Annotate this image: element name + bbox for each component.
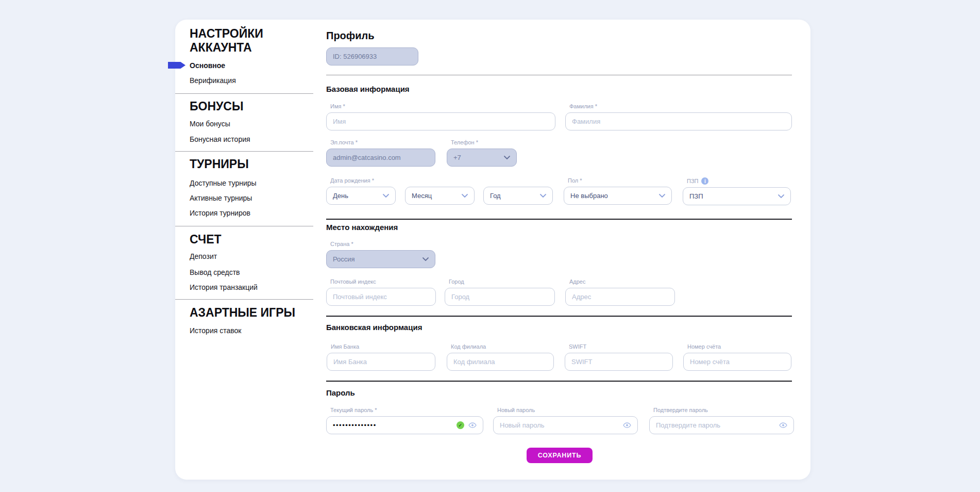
- chevron-down-icon: [778, 194, 784, 198]
- chevron-down-icon: [659, 194, 665, 198]
- eye-icon[interactable]: [623, 422, 631, 428]
- last-name-input[interactable]: [572, 118, 785, 125]
- basic-info-heading: Базовая информация: [326, 85, 410, 93]
- email-box: admin@catcasino.com: [326, 149, 435, 167]
- birth-year-value: Год: [490, 192, 540, 200]
- postal-code-field: Почтовый индекс: [326, 278, 436, 306]
- address-field: Адрес: [565, 278, 675, 306]
- gender-field: Пол * Не выбрано: [564, 177, 672, 205]
- address-input[interactable]: [572, 293, 668, 301]
- swift-field: SWIFT: [565, 343, 673, 371]
- bank-name-label: Имя Банка: [331, 343, 435, 350]
- profile-id-box: ID: 526906933: [326, 47, 418, 65]
- bank-info-heading: Банковская информация: [326, 323, 422, 332]
- city-field: Город: [445, 278, 555, 306]
- phone-code-value: +7: [453, 154, 504, 161]
- account-number-label: Номер счёта: [687, 343, 791, 350]
- valid-check-icon: ✓: [457, 421, 464, 429]
- last-name-label: Фамилия *: [569, 103, 792, 110]
- pzp-field: ПЗПi ПЗП: [683, 177, 791, 205]
- profile-id-field: ID: 526906933: [326, 47, 418, 65]
- page-title: Профиль: [326, 30, 375, 42]
- chevron-down-icon: [504, 156, 510, 159]
- first-name-input[interactable]: [333, 118, 549, 125]
- pzp-value: ПЗП: [689, 192, 778, 200]
- birth-month-field: Месяц: [405, 187, 475, 205]
- chevron-down-icon: [423, 257, 429, 261]
- chevron-down-icon: [462, 194, 468, 198]
- country-field: Страна * Россия: [326, 241, 435, 268]
- confirm-password-field: Подтвердите пароль: [649, 407, 794, 434]
- birth-day-select[interactable]: День: [326, 187, 396, 205]
- birth-day-field: Дата рождения * День: [326, 177, 396, 205]
- current-password-input[interactable]: [333, 421, 453, 429]
- chevron-down-icon: [540, 194, 546, 198]
- city-label: Город: [449, 278, 555, 285]
- new-password-input[interactable]: [500, 421, 619, 429]
- gender-label: Пол *: [568, 177, 672, 184]
- current-password-label: Текущий пароль *: [330, 407, 483, 414]
- country-value: Россия: [333, 255, 423, 263]
- last-name-field: Фамилия *: [565, 103, 792, 130]
- city-input[interactable]: [451, 293, 548, 301]
- location-heading: Место нахождения: [326, 223, 398, 232]
- first-name-field: Имя *: [326, 103, 555, 130]
- birth-day-value: День: [333, 192, 383, 200]
- postal-code-input[interactable]: [333, 293, 429, 301]
- email-label: Эл.почта *: [330, 139, 435, 146]
- confirm-password-label: Подтвердите пароль: [653, 407, 794, 414]
- account-number-field: Номер счёта: [683, 343, 791, 371]
- section-divider: [326, 316, 792, 317]
- email-field: Эл.почта * admin@catcasino.com: [326, 139, 435, 167]
- gender-value: Не выбрано: [570, 192, 659, 200]
- save-button[interactable]: СОХРАНИТЬ: [527, 448, 593, 463]
- eye-icon[interactable]: [468, 422, 477, 428]
- birth-year-field: Год: [483, 187, 553, 205]
- birth-date-label: Дата рождения *: [330, 177, 396, 184]
- first-name-label: Имя *: [330, 103, 555, 110]
- country-select: Россия: [326, 250, 435, 268]
- info-icon[interactable]: i: [701, 177, 708, 185]
- eye-icon[interactable]: [779, 422, 787, 428]
- birth-month-select[interactable]: Месяц: [405, 187, 475, 205]
- pzp-select[interactable]: ПЗП: [683, 187, 791, 205]
- branch-code-label: Код филиала: [451, 343, 554, 350]
- password-heading: Пароль: [326, 388, 355, 397]
- branch-code-field: Код филиала: [447, 343, 554, 371]
- account-settings-card: НАСТРОЙКИ АККАУНТА Основное Верификация …: [175, 20, 810, 480]
- current-password-field: Текущий пароль * ✓: [326, 407, 483, 434]
- confirm-password-input[interactable]: [656, 421, 775, 429]
- phone-label: Телефон *: [451, 139, 517, 146]
- new-password-label: Новый пароль: [497, 407, 638, 414]
- branch-code-input[interactable]: [453, 358, 547, 366]
- pzp-label-text: ПЗП: [687, 178, 698, 185]
- country-label: Страна *: [330, 241, 435, 248]
- account-number-input[interactable]: [690, 358, 785, 366]
- section-divider: [326, 219, 792, 220]
- phone-field: Телефон * +7: [447, 139, 517, 167]
- section-divider: [326, 381, 792, 382]
- swift-label: SWIFT: [569, 343, 673, 350]
- profile-content: Профиль ID: 526906933 Базовая информация…: [175, 20, 810, 480]
- gender-select[interactable]: Не выбрано: [564, 187, 672, 205]
- address-label: Адрес: [569, 278, 675, 285]
- profile-id-value: ID: 526906933: [333, 53, 412, 60]
- bank-name-field: Имя Банка: [327, 343, 435, 371]
- swift-input[interactable]: [571, 358, 666, 366]
- page-background: НАСТРОЙКИ АККАУНТА Основное Верификация …: [0, 0, 980, 492]
- section-divider: [326, 75, 792, 75]
- chevron-down-icon: [383, 194, 389, 198]
- pzp-label: ПЗПi: [687, 177, 791, 185]
- email-value: admin@catcasino.com: [333, 154, 429, 161]
- birth-year-select[interactable]: Год: [483, 187, 553, 205]
- bank-name-input[interactable]: [333, 358, 429, 366]
- postal-code-label: Почтовый индекс: [330, 278, 436, 285]
- new-password-field: Новый пароль: [493, 407, 638, 434]
- birth-month-value: Месяц: [412, 192, 462, 200]
- phone-code-select: +7: [447, 149, 517, 167]
